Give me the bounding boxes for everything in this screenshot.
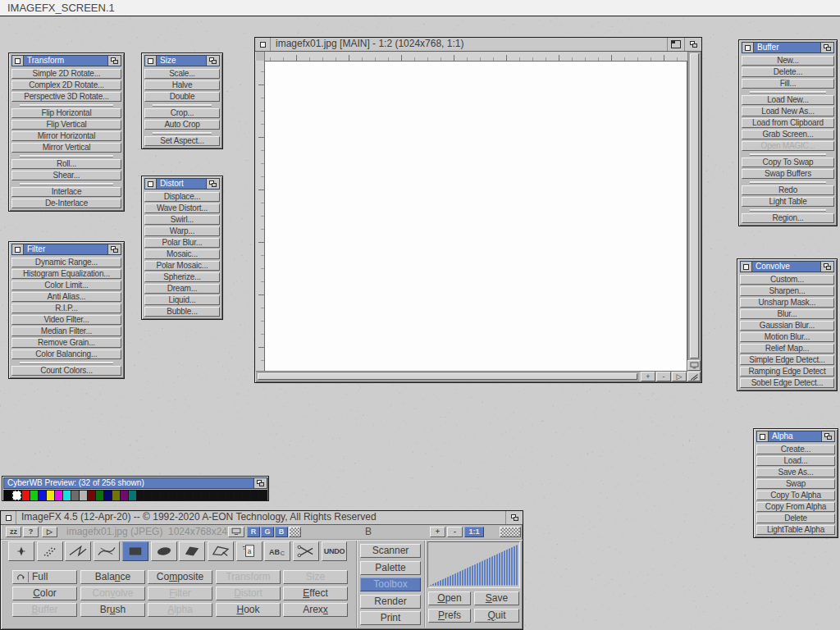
sharpen-button[interactable]: Sharpen... [740,286,834,296]
count-colors-button[interactable]: Count Colors... [11,366,121,376]
blur-button[interactable]: Blur... [740,309,834,319]
color-swatch[interactable] [226,491,234,500]
run-macro-button[interactable]: ▷ [42,527,57,537]
palette-titlebar[interactable]: Size [144,55,220,66]
lighttable-alpha-button[interactable]: LightTable Alpha [756,525,835,535]
color-swatch[interactable] [202,491,209,500]
video-filter-button[interactable]: Video Filter... [11,315,121,325]
close-gadget[interactable] [12,244,24,254]
anti-alias-button[interactable]: Anti Alias... [11,292,121,302]
dither-preview-button[interactable] [500,527,521,537]
effect-button[interactable]: Effect [283,587,348,600]
perspective-3d-rotate-button[interactable]: Perspective 3D Rotate... [11,92,121,102]
airbrush-tool[interactable] [37,541,63,561]
image-canvas[interactable] [264,61,687,372]
double-button[interactable]: Double [144,92,220,102]
open-button[interactable]: Open [428,591,471,605]
zoom-ratio-button[interactable]: 1:1 [464,527,484,537]
resize-gadget[interactable] [687,372,701,381]
shear-button[interactable]: Shear... [11,171,121,180]
curve-tool[interactable] [94,541,120,561]
region-button[interactable]: Region... [742,213,834,223]
close-gadget[interactable] [145,179,157,189]
fill-button[interactable]: Fill... [742,79,834,89]
color-swatch[interactable] [39,491,46,500]
motion-blur-button[interactable]: Motion Blur... [740,332,834,342]
color-swatch[interactable] [30,491,38,500]
close-gadget[interactable] [255,38,271,51]
close-gadget[interactable] [741,262,752,272]
depth-gadget[interactable] [206,179,219,189]
zoom-in-button[interactable]: + [430,527,445,537]
print-button[interactable]: Print [360,611,421,625]
color-swatch[interactable] [137,491,144,500]
toolbox-button[interactable]: Toolbox [360,578,421,591]
palette-titlebar[interactable]: Convolve [740,261,834,272]
color-limit-button[interactable]: Color Limit... [11,281,121,290]
mosaic-button[interactable]: Mosaic... [144,249,220,259]
r-i-p-button[interactable]: R.I.P... [11,304,121,313]
simple-edge-detect-button[interactable]: Simple Edge Detect... [740,355,834,365]
depth-gadget[interactable] [820,43,833,52]
custom-button[interactable]: Custom... [740,275,834,285]
de-interlace-button[interactable]: De-Interlace [11,199,121,208]
image-window-titlebar[interactable]: imagefx01.jpg [MAIN] - 1:2 (1024x768, 1:… [255,38,701,52]
color-swatch[interactable] [71,491,79,500]
load-new-as-button[interactable]: Load New As... [742,107,834,116]
save-button[interactable]: Save [474,591,519,605]
redo-button[interactable]: Redo [742,185,834,195]
color-swatch[interactable] [55,491,62,500]
undo-button[interactable]: UNDO [322,541,347,561]
palette-titlebar[interactable]: Buffer [742,42,834,53]
screen-mode-button[interactable] [687,360,701,371]
spherize-button[interactable]: Spherize... [144,272,220,282]
render-button[interactable]: Render [360,595,421,609]
point-tool[interactable] [8,541,34,561]
fill-tag-tool[interactable]: a [236,541,262,561]
close-gadget[interactable] [145,56,157,66]
vertical-scrollbar[interactable] [687,52,701,360]
crop-button[interactable]: Crop... [144,108,220,118]
color-swatch[interactable] [112,491,120,500]
palette-button[interactable]: Palette [360,561,421,575]
set-aspect-button[interactable]: Set Aspect... [144,136,220,146]
close-gadget[interactable] [757,431,769,441]
grab-screen-button[interactable]: Grab Screen... [742,130,834,139]
close-gadget[interactable] [12,56,24,66]
color-swatch[interactable] [129,491,136,500]
color-swatch[interactable] [121,491,128,500]
balance-button[interactable]: Balance [80,570,145,584]
color-swatch[interactable] [259,491,267,500]
color-swatch[interactable] [47,491,54,500]
g-channel-button[interactable]: G [261,527,274,537]
color-swatch[interactable] [63,491,71,500]
mirror-horizontal-button[interactable]: Mirror Horizontal [11,131,121,141]
copy-to-alpha-button[interactable]: Copy To Alpha [756,491,835,500]
delete-button[interactable]: Delete... [742,67,834,77]
close-gadget[interactable] [742,43,754,52]
zoom-out-button[interactable]: - [447,527,463,537]
help-button[interactable]: ? [23,527,39,537]
complex-2d-rotate-button[interactable]: Complex 2D Rotate... [11,80,121,90]
simple-2d-rotate-button[interactable]: Simple 2D Rotate... [11,69,121,79]
depth-gadget[interactable] [107,244,121,254]
scissors-tool[interactable] [293,541,319,561]
color-swatch[interactable] [12,491,21,500]
arexx-button[interactable]: Arexx [283,603,348,617]
polar-blur-button[interactable]: Polar Blur... [144,238,220,248]
liquid-button[interactable]: Liquid... [144,295,220,305]
remove-grain-button[interactable]: Remove Grain... [11,338,121,348]
color-swatch[interactable] [185,491,193,500]
depth-gadget[interactable] [821,431,834,441]
prefs-button[interactable]: Prefs [428,609,471,623]
color-swatch[interactable] [161,491,168,500]
pan-button[interactable]: ▷ [672,372,687,381]
dynamic-range-button[interactable]: Dynamic Range... [11,258,121,267]
screen-titlebar[interactable]: IMAGEFX_SCREEN.1 [0,0,840,16]
palette-titlebar[interactable]: Alpha [756,431,835,442]
scanner-button[interactable]: Scanner [360,544,421,558]
screen-mode-button[interactable] [228,527,244,537]
color-swatch[interactable] [243,491,250,500]
depth-gadget[interactable] [505,511,523,524]
freehand-tool[interactable] [208,541,234,561]
